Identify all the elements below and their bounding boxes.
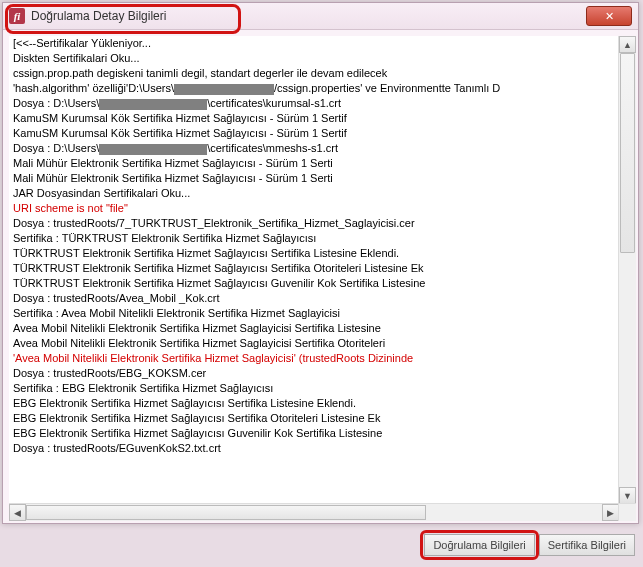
close-icon: ✕ bbox=[605, 10, 614, 23]
log-line: KamuSM Kurumsal Kök Sertifika Hizmet Sağ… bbox=[9, 126, 619, 141]
scroll-v-thumb[interactable] bbox=[620, 53, 635, 253]
log-line: Mali Mühür Elektronik Sertifika Hizmet S… bbox=[9, 171, 619, 186]
log-content-area: [<<--Sertifikalar Yükleniyor...Diskten S… bbox=[9, 36, 636, 521]
log-line: Sertifika : EBG Elektronik Sertifika Hiz… bbox=[9, 381, 619, 396]
log-line: TÜRKTRUST Elektronik Sertifika Hizmet Sa… bbox=[9, 261, 619, 276]
bottom-button-bar: Doğrulama Bilgileri Sertifika Bilgileri bbox=[0, 528, 643, 562]
scroll-corner bbox=[618, 503, 636, 521]
log-line: EBG Elektronik Sertifika Hizmet Sağlayıc… bbox=[9, 426, 619, 441]
log-line: Dosya : trustedRoots/EGuvenKokS2.txt.crt bbox=[9, 441, 619, 456]
log-line: [<<--Sertifikalar Yükleniyor... bbox=[9, 36, 619, 51]
log-line: Avea Mobil Nitelikli Elektronik Sertifik… bbox=[9, 321, 619, 336]
log-line: Dosya : D:\Users\\certificates\mmeshs-s1… bbox=[9, 141, 619, 156]
scroll-h-thumb[interactable] bbox=[26, 505, 426, 520]
log-line: Dosya : trustedRoots/EBG_KOKSM.cer bbox=[9, 366, 619, 381]
log-line: EBG Elektronik Sertifika Hizmet Sağlayıc… bbox=[9, 411, 619, 426]
scroll-right-arrow-icon[interactable]: ▶ bbox=[602, 504, 619, 521]
log-line: Diskten Sertifikalari Oku... bbox=[9, 51, 619, 66]
log-line: KamuSM Kurumsal Kök Sertifika Hizmet Sağ… bbox=[9, 111, 619, 126]
vertical-scrollbar[interactable]: ▲ ▼ bbox=[618, 36, 636, 504]
dialog-window: fi Doğrulama Detay Bilgileri ✕ [<<--Sert… bbox=[2, 2, 639, 524]
dogrulama-button-highlight-annotation: Doğrulama Bilgileri bbox=[420, 530, 538, 560]
log-line: EBG Elektronik Sertifika Hizmet Sağlayıc… bbox=[9, 396, 619, 411]
log-line: Sertifika : TÜRKTRUST Elektronik Sertifi… bbox=[9, 231, 619, 246]
titlebar[interactable]: fi Doğrulama Detay Bilgileri ✕ bbox=[3, 3, 638, 30]
scroll-down-arrow-icon[interactable]: ▼ bbox=[619, 487, 636, 504]
log-line: Dosya : trustedRoots/Avea_Mobil _Kok.crt bbox=[9, 291, 619, 306]
horizontal-scrollbar[interactable]: ◀ ▶ bbox=[9, 503, 619, 521]
log-line: Sertifika : Avea Mobil Nitelikli Elektro… bbox=[9, 306, 619, 321]
log-line: 'hash.algorithm' özelliği'D:\Users\/cssi… bbox=[9, 81, 619, 96]
log-line: URI scheme is not "file" bbox=[9, 201, 619, 216]
redacted-segment bbox=[99, 144, 207, 155]
log-line: JAR Dosyasindan Sertifikalari Oku... bbox=[9, 186, 619, 201]
sertifika-bilgileri-button[interactable]: Sertifika Bilgileri bbox=[539, 534, 635, 556]
redacted-segment bbox=[99, 99, 207, 110]
log-line: TÜRKTRUST Elektronik Sertifika Hizmet Sa… bbox=[9, 246, 619, 261]
scroll-up-arrow-icon[interactable]: ▲ bbox=[619, 36, 636, 53]
log-line: Mali Mühür Elektronik Sertifika Hizmet S… bbox=[9, 156, 619, 171]
log-line: Avea Mobil Nitelikli Elektronik Sertifik… bbox=[9, 336, 619, 351]
log-text-pane[interactable]: [<<--Sertifikalar Yükleniyor...Diskten S… bbox=[9, 36, 619, 504]
dogrulama-bilgileri-button[interactable]: Doğrulama Bilgileri bbox=[424, 534, 534, 556]
close-button[interactable]: ✕ bbox=[586, 6, 632, 26]
log-line: 'Avea Mobil Nitelikli Elektronik Sertifi… bbox=[9, 351, 619, 366]
redacted-segment bbox=[174, 84, 274, 95]
log-line: Dosya : D:\Users\\certificates\kurumsal-… bbox=[9, 96, 619, 111]
scroll-left-arrow-icon[interactable]: ◀ bbox=[9, 504, 26, 521]
log-line: cssign.prop.path degiskeni tanimli degil… bbox=[9, 66, 619, 81]
log-line: Dosya : trustedRoots/7_TURKTRUST_Elektro… bbox=[9, 216, 619, 231]
window-title: Doğrulama Detay Bilgileri bbox=[31, 9, 166, 23]
log-line: TÜRKTRUST Elektronik Sertifika Hizmet Sa… bbox=[9, 276, 619, 291]
app-icon: fi bbox=[9, 8, 25, 24]
